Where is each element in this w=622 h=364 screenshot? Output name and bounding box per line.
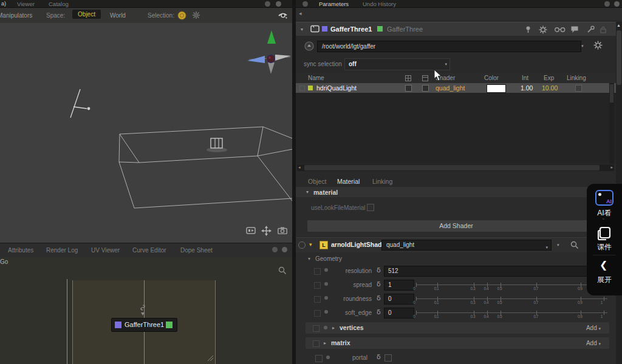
param-scope-icon[interactable] — [326, 356, 330, 359]
param-state-box[interactable] — [314, 268, 321, 275]
param-scope-icon[interactable] — [324, 282, 328, 286]
subtab-linking[interactable]: Linking — [372, 178, 392, 185]
row-expand-icon[interactable] — [299, 86, 305, 91]
gaffer-node[interactable]: GafferThree1 — [111, 318, 177, 332]
param-scope-icon[interactable] — [324, 268, 328, 272]
geometry-arrow-icon[interactable]: ▾ — [308, 256, 310, 261]
col-linking[interactable]: Linking — [567, 75, 586, 81]
params-pane-icon[interactable] — [302, 1, 308, 7]
use-lookfile-checkbox[interactable] — [367, 204, 374, 211]
shader-search-icon[interactable] — [570, 241, 579, 249]
roundness-slider[interactable]: 00.10.30.40.50.70.91 — [416, 298, 607, 299]
lock-icon[interactable] — [600, 26, 607, 33]
param-state-box[interactable] — [315, 355, 323, 362]
camera-icon[interactable] — [278, 227, 287, 234]
col-color[interactable]: Color — [484, 75, 499, 81]
tab-uv-viewer[interactable]: UV Viewer — [91, 247, 120, 254]
keyframe-icon[interactable]: δ — [377, 266, 381, 274]
table-row[interactable]: hdriQuadLight quad_light 1.00 10.00 — [296, 83, 616, 93]
spread-slider[interactable]: 00.10.30.40.50.70.91 — [416, 285, 607, 285]
shader-extra-dropdown-icon[interactable]: ▾ — [557, 243, 559, 248]
manipulators-menu[interactable]: Manipulators — [0, 12, 32, 19]
ai-camera-icon[interactable]: AI — [595, 190, 613, 206]
subtab-object[interactable]: Object — [308, 178, 326, 185]
tab-dope-sheet[interactable]: Dope Sheet — [180, 247, 213, 254]
node-view-flag[interactable] — [115, 322, 121, 328]
tab-curve-editor[interactable]: Curve Editor — [132, 247, 166, 254]
move-tool-icon[interactable] — [261, 226, 272, 236]
col-exp[interactable]: Exp — [544, 75, 554, 81]
bottom-pane-menu-icon[interactable] — [272, 247, 278, 252]
hscroll-right-icon[interactable]: ▸ — [610, 165, 613, 170]
col-name[interactable]: Name — [308, 75, 324, 81]
add-shader-button[interactable]: Add Shader — [307, 220, 606, 232]
node-graph[interactable]: Go GafferThree1 — [0, 257, 292, 364]
expand-chevron-icon[interactable]: ❮ — [600, 259, 607, 271]
shader-expand-icon[interactable]: ▾ — [309, 241, 312, 248]
param-state-box[interactable] — [314, 310, 321, 317]
node-param-header[interactable]: ▾ GafferThree1 GafferThree — [296, 22, 616, 36]
group-expand-icon[interactable]: ▸ — [332, 325, 335, 331]
param-state-box[interactable] — [313, 340, 320, 347]
keyframe-icon[interactable]: δ — [377, 308, 381, 316]
tab-undo-history[interactable]: Undo History — [363, 1, 396, 7]
look-through-icon[interactable] — [278, 10, 289, 20]
path-dropdown-icon[interactable]: ▾ — [581, 44, 584, 49]
space-object-button[interactable]: Object — [72, 10, 101, 19]
table-hscrollbar[interactable]: ◂ ▸ — [297, 164, 614, 171]
exp-cell[interactable]: 10.00 — [542, 84, 558, 92]
node-input-port[interactable] — [138, 305, 147, 317]
roundness-input[interactable]: 0 — [384, 294, 414, 305]
keyframe-icon[interactable]: δ — [377, 353, 381, 361]
collapse-caret-icon[interactable]: ⌃ — [601, 218, 606, 223]
param-scope-icon[interactable] — [324, 296, 328, 300]
portal-checkbox[interactable] — [384, 354, 392, 362]
expand-arrow-icon[interactable]: ▾ — [301, 27, 303, 32]
soft-edge-slider[interactable]: 00.10.30.40.50.70.91 — [416, 312, 607, 313]
color-swatch[interactable] — [487, 84, 506, 93]
scroll-up-icon[interactable]: ▲ — [617, 23, 621, 27]
backdrop-resize-grip[interactable] — [207, 354, 214, 362]
params-pane-close-icon[interactable] — [614, 1, 620, 7]
solo-checkbox[interactable] — [422, 85, 429, 92]
collapse-left-icon[interactable]: ◂ — [299, 10, 302, 16]
resolution-input[interactable]: 512 — [384, 266, 613, 277]
param-state-box[interactable] — [314, 282, 321, 289]
hscroll-left-icon[interactable]: ◂ — [298, 165, 301, 170]
keyframe-icon[interactable]: δ — [377, 294, 381, 302]
tab-parameters[interactable]: Parameters — [319, 1, 349, 7]
group-row-matrix[interactable]: ▸ matrix Add ▾ — [306, 337, 609, 349]
selection-mode-icon[interactable] — [177, 11, 186, 20]
node-edit-flag[interactable] — [377, 26, 383, 32]
path-gear-icon[interactable] — [593, 41, 603, 50]
space-world-button[interactable]: World — [110, 12, 126, 19]
spread-input[interactable]: 1 — [384, 280, 414, 291]
courseware-icon[interactable] — [597, 226, 612, 241]
shader-cell[interactable]: quad_light — [436, 84, 465, 92]
courseware-label[interactable]: 课件 — [587, 242, 622, 252]
table-vscrollbar[interactable] — [609, 83, 614, 164]
pane-menu-icon[interactable] — [265, 1, 270, 7]
matrix-add-button[interactable]: Add ▾ — [586, 340, 601, 346]
tab-render-log[interactable]: Render Log — [46, 247, 78, 254]
mute-column-icon[interactable] — [405, 75, 411, 81]
bottom-pane-close-icon[interactable] — [282, 247, 287, 252]
ai-view-label[interactable]: AI看 — [587, 208, 622, 218]
material-section-header[interactable]: ▾ material — [296, 187, 616, 197]
param-scope-icon[interactable] — [324, 310, 328, 314]
comment-icon[interactable] — [570, 25, 579, 33]
scroll-thumb[interactable] — [617, 30, 621, 85]
glasses-icon[interactable] — [555, 27, 566, 33]
geometry-section-label[interactable]: Geometry — [315, 255, 342, 262]
mute-checkbox[interactable] — [405, 85, 412, 92]
node-edit-flag[interactable] — [166, 322, 173, 328]
group-expand-icon[interactable]: ▸ — [324, 340, 326, 346]
params-pane-menu-icon[interactable] — [604, 1, 610, 7]
expand-label[interactable]: 展开 — [587, 275, 622, 285]
nodegraph-search-icon[interactable] — [278, 266, 287, 275]
tab-attributes[interactable]: Attributes — [8, 247, 33, 254]
param-state-box[interactable] — [313, 325, 320, 332]
hscroll-thumb[interactable] — [304, 165, 600, 170]
group-row-vertices[interactable]: ▸ vertices Add ▾ — [306, 322, 609, 334]
cel-badge-icon[interactable] — [304, 41, 314, 51]
